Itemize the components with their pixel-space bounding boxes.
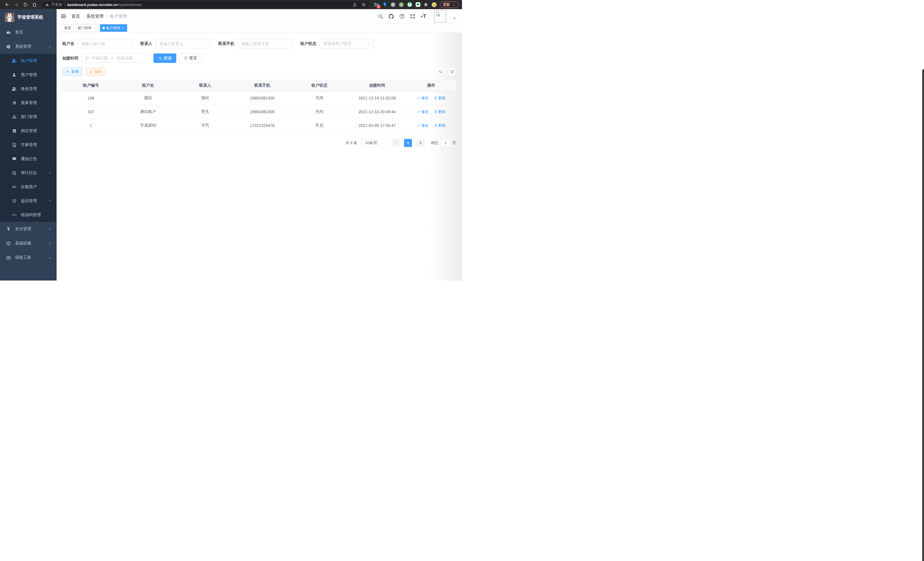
extension-puzzle-icon[interactable] [424, 2, 428, 7]
tab-close-icon[interactable] [122, 27, 124, 29]
tab-tenant[interactable]: 租户管理 [100, 24, 127, 32]
delete-link[interactable]: 删除 [434, 96, 446, 101]
extension-command-icon[interactable]: ⌘ [391, 2, 395, 7]
sidebar: 芋道管理系统 首页 系统管理 租户管理 用户管理 [0, 9, 57, 281]
browser-address-bar[interactable]: 不安全 dashboard.yudao.iocoder.cn/system/te… [42, 1, 369, 8]
cell-created: 2021-12-14 21:02:09 [348, 91, 406, 105]
col-tenant-id: 租户编号 [62, 80, 119, 91]
extension-dot-icon[interactable] [399, 2, 404, 7]
table-toolbar: 新增 导出 [62, 68, 456, 76]
browser-home-icon[interactable] [32, 2, 37, 7]
security-label[interactable]: 不安全 [51, 2, 62, 7]
tenant-name-input[interactable] [78, 39, 132, 48]
sidebar-item-post[interactable]: 岗位管理 [0, 124, 57, 138]
search-button[interactable]: 搜索 [153, 53, 176, 63]
app-logo-image [5, 13, 14, 22]
sidebar-item-notice[interactable]: 通知公告 [0, 152, 57, 166]
breadcrumb-section[interactable]: 系统管理 [86, 14, 104, 19]
goto-unit-label: 页 [453, 140, 456, 146]
plus-icon [66, 70, 69, 74]
mobile-input[interactable] [238, 39, 292, 48]
delete-link[interactable]: 删除 [434, 123, 446, 128]
app-logo[interactable]: 芋道管理系统 [0, 9, 57, 25]
prev-page-button[interactable] [392, 139, 400, 147]
chevron-down-icon [48, 227, 52, 231]
page-size-value: 10条/页 [365, 140, 377, 146]
sidebar-item-menu[interactable]: 菜单管理 [0, 96, 57, 110]
breadcrumb-home[interactable]: 首页 [71, 14, 80, 19]
add-button[interactable]: 新增 [62, 68, 82, 76]
avatar[interactable] [434, 10, 446, 23]
kebab-menu-icon[interactable] [452, 3, 456, 7]
current-page-button[interactable]: 1 [404, 139, 412, 147]
sidebar-item-dict[interactable]: 字典管理 [0, 138, 57, 152]
calendar-icon [85, 56, 89, 60]
col-status: 租户状态 [291, 80, 348, 91]
avatar-caret-down-icon[interactable] [453, 17, 456, 20]
goto-page-input[interactable] [441, 139, 450, 147]
sidebar-item-label: 租户管理 [21, 58, 37, 63]
add-button-label: 新增 [71, 69, 79, 74]
edit-link[interactable]: 修改 [417, 96, 429, 101]
sidebar-item-label: 在线用户 [21, 184, 37, 190]
extension-y-icon[interactable]: Y [407, 2, 412, 7]
security-warning-icon[interactable] [45, 3, 49, 7]
chevron-down-icon [367, 42, 371, 45]
cell-contact: 芋艿 [177, 119, 234, 132]
profile-emoji-icon[interactable] [432, 2, 436, 7]
chevron-down-icon [48, 171, 52, 175]
page-size-select[interactable]: 10条/页 [361, 139, 387, 147]
sidebar-item-errcode[interactable]: </> 错误码管理 [0, 208, 57, 222]
yen-icon: ¥ [6, 227, 11, 231]
sidebar-item-home[interactable]: 首页 [0, 25, 57, 39]
browser-back-icon[interactable] [5, 2, 10, 7]
status-select[interactable]: 请选择租户状态 [320, 39, 374, 48]
extension-chat-icon[interactable] [416, 2, 420, 7]
contact-input[interactable] [156, 39, 210, 48]
sidebar-item-pay[interactable]: ¥ 支付管理 [0, 222, 57, 236]
update-label: 更新 [443, 2, 450, 7]
browser-update-button[interactable]: 更新 [440, 2, 459, 8]
code-icon: </> [12, 213, 16, 217]
tab-dept[interactable]: 部门管理 [75, 24, 99, 32]
delete-link[interactable]: 删除 [434, 109, 446, 114]
sidebar-collapse-icon[interactable] [61, 14, 66, 19]
reset-button[interactable]: 重置 [179, 53, 202, 63]
toggle-search-button[interactable] [436, 68, 445, 76]
sidebar-item-user[interactable]: 用户管理 [0, 68, 57, 82]
extension-pin-icon[interactable] [382, 2, 387, 7]
date-range-picker[interactable]: 开始日期 - 结束日期 [82, 53, 151, 63]
sidebar-item-system[interactable]: 系统管理 [0, 39, 57, 54]
refresh-table-button[interactable] [448, 68, 456, 76]
command-glyph: ⌘ [392, 3, 394, 6]
sidebar-item-sms[interactable]: 短信管理 [0, 194, 57, 208]
sidebar-item-infra[interactable]: 基础设施 [0, 236, 57, 250]
url-text[interactable]: dashboard.yudao.iocoder.cn/system/tenant [67, 3, 351, 7]
share-icon[interactable] [352, 3, 357, 7]
edit-link[interactable]: 修改 [417, 109, 429, 114]
next-page-button[interactable] [416, 139, 424, 147]
browser-reload-icon[interactable] [23, 2, 28, 7]
edit-link[interactable]: 修改 [417, 123, 429, 128]
github-icon[interactable] [388, 14, 394, 20]
dictionary-icon [12, 142, 16, 147]
tab-close-icon[interactable] [93, 27, 96, 29]
font-size-icon[interactable] [420, 14, 427, 19]
bookmark-star-icon[interactable] [362, 2, 366, 7]
fullscreen-icon[interactable] [410, 14, 416, 19]
navbar: 首页 / 系统管理 / 租户管理 [57, 9, 462, 23]
export-button[interactable]: 导出 [86, 68, 105, 76]
sidebar-item-tenant[interactable]: 租户管理 [0, 54, 57, 68]
sidebar-item-label: 菜单管理 [21, 100, 37, 105]
sidebar-item-devtools[interactable]: 研发工具 [0, 250, 57, 265]
shield-check-icon [12, 199, 16, 203]
help-icon[interactable] [399, 14, 405, 19]
extension-shapes-icon[interactable]: 10 [374, 2, 379, 7]
sidebar-item-audit-log[interactable]: 审计日志 [0, 166, 57, 180]
header-search-icon[interactable] [378, 14, 383, 19]
sidebar-item-role[interactable]: 角色管理 [0, 82, 57, 96]
browser-forward-icon[interactable] [14, 2, 19, 7]
tab-home[interactable]: 首页 [62, 24, 74, 32]
sidebar-item-online-user[interactable]: 在线用户 [0, 180, 57, 194]
sidebar-item-dept[interactable]: 部门管理 [0, 110, 57, 124]
